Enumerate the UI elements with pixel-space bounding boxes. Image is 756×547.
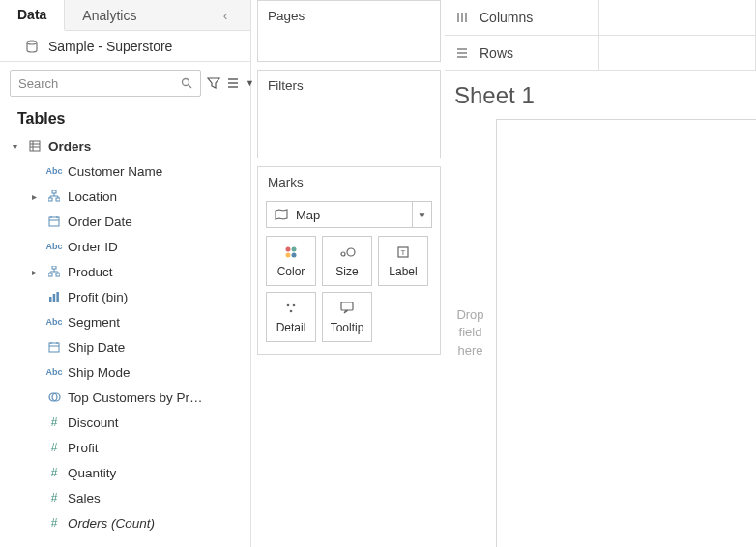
map-icon: [275, 209, 288, 220]
field-location[interactable]: ▸Location: [0, 184, 239, 209]
svg-point-32: [292, 253, 297, 258]
svg-rect-11: [48, 198, 52, 201]
field-label: Top Customers by Pr…: [68, 390, 239, 405]
svg-point-33: [341, 252, 345, 256]
field-discount[interactable]: #Discount: [0, 410, 239, 435]
field-type-icon: [44, 266, 64, 277]
datasource-name: Sample - Superstore: [48, 39, 172, 54]
field-label: Ship Date: [68, 340, 239, 355]
field-type-icon: Abc: [44, 317, 64, 327]
field-orders-count[interactable]: #Orders (Count): [0, 510, 239, 535]
data-pane: Data Analytics ‹ Sample - Superstore: [0, 0, 251, 547]
tab-analytics-label: Analytics: [82, 8, 136, 23]
chevron-right-icon[interactable]: ▸: [27, 267, 41, 277]
table-icon: [25, 140, 44, 152]
svg-rect-19: [56, 274, 60, 276]
columns-shelf[interactable]: Columns: [445, 0, 756, 35]
fields-tree: ▾OrdersAbcCustomer Name▸LocationOrder Da…: [0, 133, 250, 547]
marks-detail-label: Detail: [276, 321, 306, 334]
chevron-down-icon[interactable]: ▾: [8, 141, 21, 152]
svg-rect-6: [30, 141, 40, 151]
field-type-icon: Abc: [44, 166, 64, 176]
search-icon: [181, 77, 192, 89]
label-icon: T: [396, 244, 410, 261]
field-label: Ship Mode: [68, 365, 239, 380]
search-input[interactable]: [18, 76, 181, 91]
field-ship-date[interactable]: Ship Date: [0, 334, 239, 360]
collapse-sidebar-icon[interactable]: ‹: [218, 8, 233, 23]
marks-color-label: Color: [277, 265, 305, 278]
svg-point-30: [292, 247, 297, 252]
tables-header: Tables: [0, 104, 250, 133]
sheet-title[interactable]: Sheet 1: [445, 71, 756, 119]
svg-line-2: [189, 85, 191, 88]
field-profit-bin[interactable]: Profit (bin): [0, 284, 239, 309]
marks-detail-button[interactable]: Detail: [266, 292, 316, 342]
table-orders[interactable]: ▾Orders: [0, 133, 239, 158]
svg-point-38: [293, 304, 296, 307]
tab-data[interactable]: Data: [0, 0, 65, 31]
pages-card-header: Pages: [258, 1, 440, 31]
svg-rect-21: [53, 294, 56, 302]
field-type-icon: [44, 341, 64, 353]
field-type-icon: #: [44, 491, 64, 504]
tab-analytics[interactable]: Analytics ‹: [65, 0, 250, 30]
field-order-id[interactable]: AbcOrder ID: [0, 234, 239, 259]
field-type-icon: Abc: [44, 367, 64, 377]
marks-color-button[interactable]: Color: [266, 236, 316, 286]
field-customer-name[interactable]: AbcCustomer Name: [0, 158, 239, 184]
field-top-customers-by-pr[interactable]: Top Customers by Pr…: [0, 385, 239, 410]
field-segment[interactable]: AbcSegment: [0, 309, 239, 334]
filters-card[interactable]: Filters: [257, 70, 441, 158]
marks-tooltip-button[interactable]: Tooltip: [322, 292, 372, 342]
color-icon: [283, 244, 299, 261]
datasource-row[interactable]: Sample - Superstore: [0, 31, 250, 62]
rows-shelf[interactable]: Rows: [445, 35, 756, 70]
marks-label-button[interactable]: T Label: [378, 236, 428, 286]
row-field-drop-zone[interactable]: Drop field here: [445, 119, 497, 547]
marks-label-label: Label: [389, 265, 417, 278]
marks-size-button[interactable]: Size: [322, 236, 372, 286]
rows-drop-zone[interactable]: [599, 36, 756, 70]
field-label: Quantity: [68, 466, 239, 480]
filter-icon[interactable]: [207, 74, 220, 92]
svg-rect-20: [49, 297, 52, 302]
mark-type-dropdown[interactable]: Map ▼: [266, 201, 432, 228]
view-list-icon[interactable]: [226, 74, 240, 92]
search-box[interactable]: [10, 70, 201, 97]
svg-rect-18: [48, 274, 52, 276]
field-type-icon: Abc: [44, 242, 64, 251]
field-label: Product: [68, 265, 239, 279]
main-canvas[interactable]: [497, 119, 756, 547]
svg-text:T: T: [401, 248, 406, 257]
svg-point-34: [347, 248, 355, 256]
chevron-right-icon[interactable]: ▸: [27, 191, 41, 202]
field-profit[interactable]: #Profit: [0, 435, 239, 460]
field-product[interactable]: ▸Product: [0, 259, 239, 284]
svg-rect-22: [56, 292, 59, 302]
svg-point-31: [286, 253, 291, 258]
field-label: Order Date: [68, 215, 239, 229]
svg-rect-12: [56, 198, 60, 201]
columns-icon: [456, 12, 470, 23]
marks-size-label: Size: [335, 265, 358, 278]
columns-drop-zone[interactable]: [599, 0, 756, 35]
columns-shelf-label: Columns: [480, 10, 533, 25]
field-order-date[interactable]: Order Date: [0, 209, 239, 234]
svg-rect-13: [49, 217, 59, 226]
tooltip-icon: [339, 300, 355, 317]
marks-card-header: Marks: [258, 167, 440, 197]
field-quantity[interactable]: #Quantity: [0, 460, 239, 485]
field-sales[interactable]: #Sales: [0, 485, 239, 510]
field-label: Segment: [68, 315, 239, 330]
pages-card[interactable]: Pages: [257, 0, 441, 62]
field-label: Location: [68, 189, 239, 204]
marks-tooltip-label: Tooltip: [331, 321, 364, 334]
rows-icon: [456, 47, 470, 59]
svg-rect-17: [52, 266, 56, 269]
field-type-icon: #: [44, 416, 64, 429]
field-label: Profit (bin): [68, 290, 239, 304]
field-type-icon: [44, 190, 64, 202]
field-type-icon: #: [44, 441, 64, 454]
field-ship-mode[interactable]: AbcShip Mode: [0, 360, 239, 385]
